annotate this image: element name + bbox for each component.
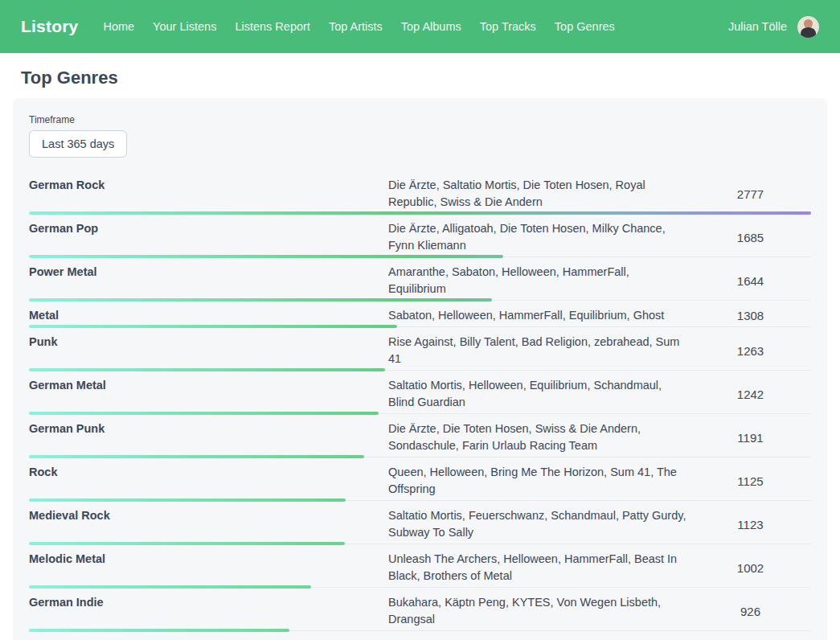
table-row: German Rock Die Ärzte, Saltatio Mortis, … <box>29 170 811 214</box>
nav-link-your-listens[interactable]: Your Listens <box>153 20 216 33</box>
nav-link-top-genres[interactable]: Top Genres <box>555 20 615 33</box>
genre-name: Power Metal <box>29 264 388 281</box>
genre-artists: Sabaton, Helloween, HammerFall, Equilibr… <box>388 307 690 324</box>
genre-bar <box>29 255 503 258</box>
table-row: Punk Rise Against, Billy Talent, Bad Rel… <box>29 327 811 371</box>
table-row: Medieval Rock Saltatio Mortis, Feuerschw… <box>29 501 811 544</box>
table-row: Melodic Metal Unleash The Archers, Hello… <box>29 544 811 588</box>
genre-count: 2777 <box>690 187 811 201</box>
nav-link-listens-report[interactable]: Listens Report <box>235 20 310 33</box>
page-title: Top Genres <box>21 68 840 88</box>
genre-bar <box>29 455 364 458</box>
genre-count: 1125 <box>690 474 811 488</box>
table-row: Rock Queen, Helloween, Bring Me The Hori… <box>29 457 811 501</box>
genre-name: Melodic Metal <box>29 551 388 568</box>
nav-link-top-artists[interactable]: Top Artists <box>329 20 383 33</box>
nav-links: HomeYour ListensListens ReportTop Artist… <box>103 20 727 33</box>
table-row: German Indie Bukahara, Käptn Peng, KYTES… <box>29 588 811 631</box>
genre-bar <box>29 298 492 302</box>
genre-artists: Rise Against, Billy Talent, Bad Religion… <box>388 334 690 367</box>
top-genres-card: Timeframe Last 365 days German Rock Die … <box>13 98 827 640</box>
genre-name: German Metal <box>29 377 388 394</box>
genre-name: Metal <box>29 307 388 324</box>
genre-name: Rock <box>29 464 388 481</box>
genre-bar <box>29 629 289 632</box>
genre-artists: Unleash The Archers, Helloween, HammerFa… <box>388 551 690 585</box>
genre-count: 1263 <box>690 344 811 358</box>
genre-name: German Pop <box>29 220 388 237</box>
genre-artists: Die Ärzte, Saltatio Mortis, Die Toten Ho… <box>388 177 690 211</box>
genre-name: Medieval Rock <box>29 507 388 524</box>
genre-name: German Rock <box>29 177 388 194</box>
app-logo[interactable]: Listory <box>21 17 78 36</box>
genre-bar <box>29 585 311 589</box>
top-navbar: Listory HomeYour ListensListens ReportTo… <box>0 0 840 53</box>
genre-name: German Indie <box>29 594 388 611</box>
genre-artists: Queen, Helloween, Bring Me The Horizon, … <box>388 464 690 498</box>
genre-count: 1242 <box>690 388 811 401</box>
genre-count: 1002 <box>690 561 811 575</box>
genre-bar <box>29 412 379 415</box>
genre-bar <box>29 368 385 371</box>
nav-link-top-albums[interactable]: Top Albums <box>401 20 461 33</box>
genre-artists: Amaranthe, Sabaton, Helloween, HammerFal… <box>388 264 690 297</box>
timeframe-select[interactable]: Last 365 days <box>29 130 127 158</box>
genre-artists: Die Ärzte, Die Toten Hosen, Swiss & Die … <box>388 421 690 454</box>
genre-artists: Die Ärzte, Alligatoah, Die Toten Hosen, … <box>388 220 690 254</box>
table-row: German Punk Die Ärzte, Die Toten Hosen, … <box>29 414 811 457</box>
genre-bar <box>29 211 811 215</box>
table-row: German Metal Saltatio Mortis, Helloween,… <box>29 371 811 414</box>
table-row: Metal Sabaton, Helloween, HammerFall, Eq… <box>29 301 811 327</box>
user-menu[interactable]: Julian Tölle <box>728 16 819 38</box>
nav-link-home[interactable]: Home <box>103 20 134 33</box>
genre-count: 1123 <box>690 518 811 531</box>
genre-bar <box>29 325 397 328</box>
genre-name: Punk <box>29 334 388 351</box>
genre-count: 1308 <box>690 309 811 322</box>
genre-bar <box>29 542 345 545</box>
genre-artists: Saltatio Mortis, Feuerschwanz, Schandmau… <box>388 507 690 541</box>
nav-link-top-tracks[interactable]: Top Tracks <box>480 20 536 33</box>
genre-artists: Bukahara, Käptn Peng, KYTES, Von Wegen L… <box>388 594 690 628</box>
user-avatar[interactable] <box>797 16 819 38</box>
genre-table: German Rock Die Ärzte, Saltatio Mortis, … <box>29 170 811 631</box>
timeframe-label: Timeframe <box>29 114 811 125</box>
genre-name: German Punk <box>29 421 388 437</box>
user-name[interactable]: Julian Tölle <box>728 20 787 33</box>
table-row: Power Metal Amaranthe, Sabaton, Hellowee… <box>29 257 811 301</box>
genre-count: 1685 <box>690 231 811 244</box>
genre-count: 1191 <box>690 431 811 445</box>
genre-count: 926 <box>690 605 811 618</box>
table-row: German Pop Die Ärzte, Alligatoah, Die To… <box>29 214 811 257</box>
genre-count: 1644 <box>690 274 811 288</box>
genre-artists: Saltatio Mortis, Helloween, Equilibrium,… <box>388 377 690 411</box>
genre-bar <box>29 498 346 502</box>
